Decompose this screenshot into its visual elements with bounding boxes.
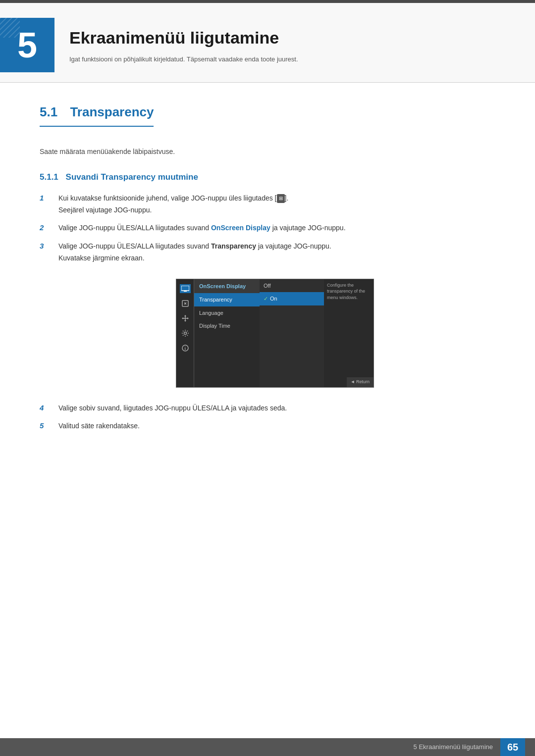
step-number-5: 5 — [40, 420, 54, 432]
menu-header: OnScreen Display — [194, 279, 260, 294]
submenu-item-on: ✓ On — [260, 292, 324, 305]
step-number-4: 4 — [40, 403, 54, 414]
step-item-1: 1 Kui kuvatakse funktsioonide juhend, va… — [40, 193, 495, 216]
screen-sidebar: i — [176, 279, 194, 387]
menu-item-language: Language — [194, 306, 260, 320]
page-footer: 5 Ekraanimenüü liigutamine 65 — [0, 738, 535, 756]
screenshot-container: i OnScreen Display Transparency Language… — [54, 279, 495, 388]
step-item-3: 3 Valige JOG-nuppu ÜLES/ALLA liigutades … — [40, 241, 495, 264]
chapter-subtitle: Igat funktsiooni on põhjalikult kirjelda… — [69, 54, 505, 64]
checkmark-icon: ✓ — [264, 295, 268, 303]
svg-rect-0 — [181, 286, 189, 291]
subsection-number: 5.1.1 — [40, 172, 58, 182]
svg-point-11 — [184, 332, 186, 334]
step-item-2: 2 Valige JOG-nuppu ÜLES/ALLA liigutades … — [40, 222, 495, 234]
transparency-bold: Transparency — [211, 242, 256, 250]
step-number-2: 2 — [40, 222, 54, 234]
section-heading: 5.1 Transparency — [40, 102, 495, 137]
svg-rect-1 — [184, 291, 187, 292]
section-number: 5.1 — [40, 104, 57, 119]
sidebar-icon-info: i — [180, 344, 191, 353]
step-text-5: Valitud säte rakendatakse. — [58, 420, 495, 431]
step-text-1: Kui kuvatakse funktsioonide juhend, vali… — [58, 193, 495, 216]
main-content: 5.1 Transparency Saate määrata menüüaken… — [0, 102, 535, 476]
step-subtext-3: Kuvatakse järgmine ekraan. — [58, 252, 495, 263]
chapter-header: 5 Ekraanimenüü liigutamine Igat funktsio… — [0, 3, 535, 83]
steps-list: 1 Kui kuvatakse funktsioonide juhend, va… — [40, 193, 495, 264]
chapter-number: 5 — [17, 18, 37, 72]
section-title: 5.1 Transparency — [40, 102, 154, 127]
menu-items: Transparency Language Display Time — [194, 293, 260, 333]
menu-item-display-time: Display Time — [194, 319, 260, 333]
chapter-number-block: 5 — [0, 18, 54, 72]
step-text-3: Valige JOG-nuppu ÜLES/ALLA liigutades su… — [58, 241, 495, 264]
step-item-4: 4 Valige sobiv suvand, liigutades JOG-nu… — [40, 403, 495, 414]
subsection-title-text: Suvandi Transparency muutmine — [66, 172, 198, 182]
help-text: Configure the transparency of the menu w… — [327, 283, 365, 300]
screenshot-box: i OnScreen Display Transparency Language… — [176, 279, 374, 388]
screen-help: Configure the transparency of the menu w… — [324, 279, 374, 387]
svg-marker-9 — [182, 317, 183, 319]
step-item-5: 5 Valitud säte rakendatakse. — [40, 420, 495, 432]
section-title-text: Transparency — [70, 104, 154, 119]
screen-return-bar: ◄ Return — [347, 377, 374, 387]
svg-marker-10 — [187, 317, 189, 319]
step-number-3: 3 — [40, 241, 54, 252]
screen-submenu: Off ✓ On — [260, 279, 324, 387]
step-number-1: 1 — [40, 193, 54, 204]
sidebar-icon-settings — [180, 329, 191, 338]
jog-icon-1: ⊞ — [277, 194, 285, 203]
chapter-title-area: Ekraanimenüü liigutamine Igat funktsioon… — [69, 18, 505, 64]
sidebar-icon-move — [180, 314, 191, 323]
screen-menu: OnScreen Display Transparency Language D… — [194, 279, 260, 387]
steps-list-continued: 4 Valige sobiv suvand, liigutades JOG-nu… — [40, 403, 495, 432]
footer-chapter-text: 5 Ekraanimenüü liigutamine — [414, 742, 493, 752]
step-text-4: Valige sobiv suvand, liigutades JOG-nupp… — [58, 403, 495, 413]
subsection-title: 5.1.1 Suvandi Transparency muutmine — [40, 171, 495, 184]
step-text-2: Valige JOG-nuppu ÜLES/ALLA liigutades su… — [58, 222, 495, 233]
menu-item-transparency: Transparency — [194, 293, 260, 306]
step-subtext-1: Seejärel vajutage JOG-nuppu. — [58, 204, 495, 215]
svg-marker-8 — [184, 320, 186, 322]
chapter-title: Ekraanimenüü liigutamine — [69, 25, 505, 50]
svg-marker-7 — [184, 315, 186, 316]
sidebar-icon-display — [180, 284, 191, 293]
svg-text:i: i — [184, 346, 186, 351]
submenu-item-off: Off — [260, 279, 324, 293]
sidebar-icon-brightness — [180, 299, 191, 308]
footer-page-number: 65 — [500, 738, 525, 756]
onscreen-display-link: OnScreen Display — [211, 224, 270, 232]
section-intro: Saate määrata menüüakende läbipaistvuse. — [40, 147, 495, 157]
